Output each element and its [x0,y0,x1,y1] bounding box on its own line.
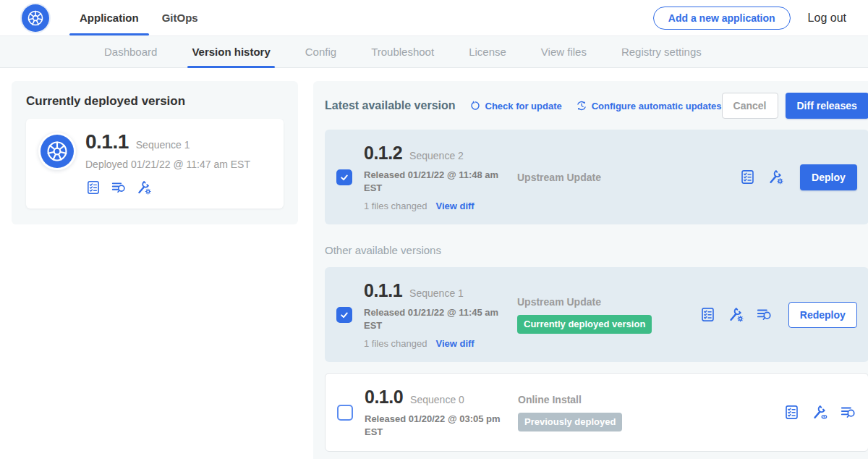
files-changed-label: 1 files changed [364,201,427,211]
subnav-tab-troubleshoot[interactable]: Troubleshoot [354,36,451,67]
version-info: 0.1.0 Sequence 0 Released 01/20/22 @ 03:… [365,387,515,438]
configure-automatic-updates-link[interactable]: Configure automatic updates [576,100,722,111]
panel-actions: Cancel Diff releases [722,93,868,119]
row-actions: Deploy [739,164,857,190]
version-row-0-1-2: 0.1.2 Sequence 2 Released 01/21/22 @ 11:… [325,130,868,224]
subnav-tab-config[interactable]: Config [288,36,354,67]
released-timestamp: Released 01/21/22 @ 11:48 am EST [364,169,503,194]
deployed-version-details: 0.1.1 Sequence 1 Deployed 01/21/22 @ 11:… [85,130,250,195]
subnav-tab-dashboard[interactable]: Dashboard [87,36,174,67]
checkmark-icon [339,172,349,182]
version-meta: Upstream Update [517,172,687,183]
subnav-tab-view-files-label: View files [541,46,587,58]
latest-available-title: Latest available version [325,99,456,112]
tab-application-label: Application [80,12,139,24]
released-timestamp: Released 01/20/22 @ 03:05 pm EST [365,413,503,438]
preflight-results-icon[interactable] [111,180,127,195]
version-number: 0.1.0 [365,387,403,408]
version-checkbox-0-1-0[interactable] [337,405,353,421]
tab-application[interactable]: Application [68,0,150,35]
logout-link[interactable]: Log out [808,12,846,25]
subnav-tab-version-history-label: Version history [192,46,270,58]
main-content: Currently deployed version 0.1.1 Sequenc… [0,68,868,459]
deployed-version-number: 0.1.1 [85,130,129,153]
deployed-timestamp: Deployed 01/21/22 @ 11:47 am EST [85,159,250,170]
row-actions [783,404,856,421]
deployed-version-card: 0.1.1 Sequence 1 Deployed 01/21/22 @ 11:… [26,119,284,209]
release-notes-icon[interactable] [783,404,800,421]
version-row-0-1-1: 0.1.1 Sequence 1 Released 01/21/22 @ 11:… [325,267,868,362]
deploy-button[interactable]: Deploy [800,164,857,190]
preflight-results-icon[interactable] [756,306,773,323]
deployed-version-sequence: Sequence 1 [136,139,190,151]
subnav-tab-dashboard-label: Dashboard [104,46,157,58]
version-meta: Online Install Previously deployed [518,394,688,431]
other-available-versions-label: Other available versions [325,244,868,256]
files-changed-label: 1 files changed [364,338,427,349]
previously-deployed-badge: Previously deployed [518,413,622,431]
app-kubernetes-avatar-icon [41,135,74,168]
edit-config-icon[interactable] [767,169,784,185]
version-source-label: Online Install [518,394,688,405]
header-right: Add a new application Log out [653,7,846,30]
view-diff-link[interactable]: View diff [435,201,474,211]
deployed-card-title: Currently deployed version [26,94,284,109]
subnav-tab-registry-settings[interactable]: Registry settings [604,36,719,67]
diff-releases-button[interactable]: Diff releases [786,93,868,119]
edit-config-icon[interactable] [136,180,152,195]
version-number: 0.1.1 [364,280,402,301]
currently-deployed-card: Currently deployed version 0.1.1 Sequenc… [12,81,298,224]
refresh-icon [469,100,481,111]
schedule-update-icon [576,100,587,111]
edit-config-icon[interactable] [728,306,744,323]
view-config-icon[interactable] [812,404,828,421]
kubernetes-logo-icon[interactable] [22,4,49,32]
configure-automatic-updates-label: Configure automatic updates [592,101,722,111]
cancel-button[interactable]: Cancel [722,93,778,119]
version-source-label: Upstream Update [517,172,687,183]
add-application-button[interactable]: Add a new application [653,7,791,30]
currently-deployed-badge: Currently deployed version [517,315,652,334]
version-sequence: Sequence 2 [409,150,464,161]
subnav-tab-license[interactable]: License [451,36,524,67]
tab-gitops-label: GitOps [162,12,198,24]
available-versions-panel: Latest available version Check for updat… [313,81,868,459]
subnav-tab-troubleshoot-label: Troubleshoot [371,46,434,58]
subnav-tab-registry-settings-label: Registry settings [621,46,702,58]
preflight-results-icon[interactable] [840,404,856,421]
version-sequence: Sequence 1 [409,287,464,299]
app-subnav: Dashboard Version history Config Trouble… [0,36,868,68]
release-notes-icon[interactable] [739,169,756,185]
available-panel-header: Latest available version Check for updat… [325,93,868,119]
released-timestamp: Released 01/21/22 @ 11:45 am EST [364,306,503,332]
release-notes-icon[interactable] [85,180,101,195]
row-actions: Redeploy [699,302,857,328]
checkmark-icon [339,310,349,320]
check-for-update-link[interactable]: Check for update [469,100,562,111]
version-meta: Upstream Update Currently deployed versi… [517,296,687,334]
tab-gitops[interactable]: GitOps [150,0,210,35]
version-info: 0.1.2 Sequence 2 Released 01/21/22 @ 11:… [364,143,514,211]
subnav-tab-version-history[interactable]: Version history [174,36,287,67]
redeploy-button[interactable]: Redeploy [788,302,857,328]
check-for-update-label: Check for update [485,101,562,111]
version-number: 0.1.2 [364,143,402,164]
subnav-tab-license-label: License [469,46,506,58]
version-source-label: Upstream Update [517,296,687,308]
app-header: Application GitOps Add a new application… [0,0,868,36]
version-info: 0.1.1 Sequence 1 Released 01/21/22 @ 11:… [364,280,514,349]
header-nav: Application GitOps [68,0,210,35]
subnav-tab-view-files[interactable]: View files [524,36,604,67]
view-diff-link[interactable]: View diff [435,338,474,349]
release-notes-icon[interactable] [699,306,716,323]
version-row-0-1-0: 0.1.0 Sequence 0 Released 01/20/22 @ 03:… [325,373,868,452]
version-checkbox-0-1-2[interactable] [336,169,352,185]
version-checkbox-0-1-1[interactable] [336,307,352,323]
deployed-icon-row [85,180,250,195]
version-sequence: Sequence 0 [410,394,464,405]
subnav-tab-config-label: Config [305,46,336,58]
